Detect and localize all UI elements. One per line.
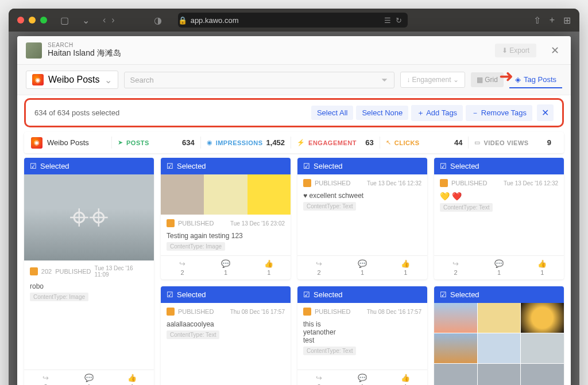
close-selection-icon[interactable]: ✕ bbox=[537, 104, 554, 121]
comment-icon[interactable]: 💬 bbox=[477, 259, 520, 268]
post-card[interactable]: ☑Selected PUBLISHEDTue 13 Dec '16 12:32 … bbox=[434, 158, 564, 279]
minimize-window-icon[interactable] bbox=[29, 17, 36, 24]
selected-header[interactable]: ☑Selected bbox=[434, 286, 564, 303]
stats-source: Weibo Posts bbox=[47, 138, 89, 147]
tabs-icon[interactable]: ⊞ bbox=[563, 15, 571, 26]
share-icon[interactable]: ↪ bbox=[434, 259, 477, 268]
post-image: ⌖⌖ bbox=[24, 174, 154, 260]
post-date: Thu 08 Dec '16 17:57 bbox=[367, 309, 421, 315]
source-label: Weibo Posts bbox=[48, 75, 100, 85]
share-icon[interactable]: ⇧ bbox=[533, 15, 541, 26]
like-icon[interactable]: 👍 bbox=[384, 374, 427, 382]
weibo-badge-icon bbox=[167, 219, 175, 227]
post-text: this is yetanother test bbox=[303, 320, 336, 344]
source-select[interactable]: Weibo Posts ⌄ bbox=[26, 71, 118, 89]
maximize-window-icon[interactable] bbox=[40, 17, 47, 24]
selected-header[interactable]: ☑Selected bbox=[161, 286, 291, 303]
select-none-button[interactable]: Select None bbox=[356, 106, 408, 120]
like-icon[interactable]: 👍 bbox=[384, 259, 427, 268]
selected-header[interactable]: ☑Selected bbox=[24, 158, 154, 174]
share-icon[interactable]: ↪ bbox=[161, 259, 204, 268]
post-card[interactable]: ☑Selected bbox=[434, 286, 564, 385]
reload-icon[interactable]: ↻ bbox=[396, 16, 402, 25]
content-type-tag: ContentType: Text bbox=[303, 202, 356, 211]
impressions-label: IMPRESSIONS bbox=[216, 139, 263, 146]
header-label: SEARCH bbox=[48, 42, 489, 48]
arrow-callout-icon: ➜ bbox=[499, 66, 513, 86]
post-card[interactable]: ☑Selected PUBLISHEDTue 13 Dec '16 23:02 … bbox=[161, 158, 291, 279]
selection-bar: 634 of 634 posts selected Select All Sel… bbox=[24, 98, 564, 127]
check-icon: ☑ bbox=[303, 162, 310, 170]
traffic-lights[interactable] bbox=[17, 17, 47, 24]
post-date: Tue 13 Dec '16 12:32 bbox=[504, 180, 558, 186]
post-card[interactable]: ☑Selected PUBLISHEDThu 08 Dec '16 17:57 … bbox=[161, 286, 291, 385]
weibo-badge-icon bbox=[303, 308, 311, 316]
page-title: Haitan Island 海滩岛 bbox=[48, 48, 489, 59]
badge-count: 202 bbox=[41, 268, 52, 275]
post-date: Thu 08 Dec '16 17:57 bbox=[230, 309, 285, 315]
new-tab-icon[interactable]: + bbox=[550, 15, 555, 26]
check-icon: ☑ bbox=[167, 290, 173, 299]
engagement-sort[interactable]: ↓ Engagement ⌄ bbox=[400, 72, 465, 88]
post-text: 💛 ❤️ bbox=[440, 192, 462, 201]
post-card[interactable]: ☑Selected PUBLISHEDThu 08 Dec '16 17:57 … bbox=[297, 286, 427, 385]
share-icon[interactable]: ↪ bbox=[297, 259, 341, 268]
post-text: Testing again testing 123 bbox=[167, 232, 243, 240]
toolbar: Weibo Posts ⌄ Search ⏷ ↓ Engagement ⌄ ▦ … bbox=[17, 65, 571, 95]
url-text: app.kawo.com bbox=[191, 16, 239, 25]
post-card[interactable]: ☑Selected PUBLISHEDTue 13 Dec '16 12:32 … bbox=[297, 158, 427, 279]
export-button[interactable]: ⬇ Export bbox=[495, 44, 536, 57]
video-value: 9 bbox=[547, 138, 551, 147]
forward-icon[interactable]: › bbox=[111, 15, 114, 25]
search-modal: SEARCH Haitan Island 海滩岛 ⬇ Export ✕ Weib… bbox=[17, 36, 571, 385]
address-bar[interactable]: 🔒 app.kawo.com ☰↻ bbox=[178, 13, 408, 28]
engagement-label: ENGAGEMENT bbox=[308, 139, 357, 146]
tag-posts-button[interactable]: ◈ Tag Posts bbox=[509, 72, 562, 88]
add-tags-button[interactable]: ＋ Add Tags bbox=[411, 105, 463, 121]
remove-tags-button[interactable]: － Remove Tags bbox=[466, 105, 532, 121]
published-label: PUBLISHED bbox=[315, 308, 350, 315]
weibo-badge-icon bbox=[303, 179, 311, 187]
chevron-down-icon[interactable]: ⌄ bbox=[82, 15, 90, 26]
reader-icon[interactable]: ☰ bbox=[384, 16, 391, 25]
post-date: Tue 13 Dec '16 11:09 bbox=[95, 265, 149, 278]
selected-header[interactable]: ☑Selected bbox=[161, 158, 291, 174]
browser-window: ▢ ⌄ ‹ › ◑ 🔒 app.kawo.com ☰↻ ⇧ + ⊞ SEARCH… bbox=[9, 9, 579, 385]
comment-icon[interactable]: 💬 bbox=[67, 374, 110, 382]
post-text: ♥ excellent schweet bbox=[303, 192, 363, 200]
select-all-button[interactable]: Select All bbox=[311, 106, 353, 120]
chevron-down-icon: ⌄ bbox=[105, 75, 112, 85]
weibo-badge-icon bbox=[440, 179, 448, 187]
comment-icon[interactable]: 💬 bbox=[341, 374, 384, 382]
share-icon[interactable]: ↪ bbox=[24, 374, 67, 382]
comment-icon[interactable]: 💬 bbox=[341, 259, 384, 268]
close-modal-icon[interactable]: ✕ bbox=[548, 44, 562, 57]
like-icon[interactable]: 👍 bbox=[111, 374, 154, 382]
filter-icon[interactable]: ⏷ bbox=[381, 76, 388, 84]
comment-icon[interactable]: 💬 bbox=[204, 259, 247, 268]
weibo-icon bbox=[31, 137, 42, 149]
post-card[interactable]: ☑Selected ⌖⌖ 202PUBLISHEDTue 13 Dec '16 … bbox=[24, 158, 154, 385]
selected-header[interactable]: ☑Selected bbox=[434, 158, 564, 174]
content-type-tag: ContentType: Image bbox=[167, 242, 225, 251]
sidebar-toggle-icon[interactable]: ▢ bbox=[60, 15, 69, 26]
like-icon[interactable]: 👍 bbox=[521, 259, 564, 268]
share-icon[interactable]: ↪ bbox=[297, 374, 341, 382]
selected-header[interactable]: ☑Selected bbox=[297, 286, 427, 303]
back-icon[interactable]: ‹ bbox=[103, 15, 106, 25]
published-label: PUBLISHED bbox=[315, 180, 350, 186]
clicks-value: 44 bbox=[454, 138, 462, 147]
like-icon[interactable]: 👍 bbox=[247, 259, 291, 268]
shield-icon[interactable]: ◑ bbox=[154, 15, 162, 26]
modal-header: SEARCH Haitan Island 海滩岛 ⬇ Export ✕ bbox=[17, 36, 571, 65]
content-type-tag: ContentType: Text bbox=[440, 203, 493, 212]
search-input[interactable]: Search ⏷ bbox=[124, 72, 395, 88]
selected-header[interactable]: ☑Selected bbox=[297, 158, 427, 174]
check-icon: ☑ bbox=[440, 162, 447, 170]
check-icon: ☑ bbox=[30, 162, 37, 170]
close-window-icon[interactable] bbox=[17, 17, 24, 24]
impressions-value: 1,452 bbox=[266, 138, 285, 147]
check-icon: ☑ bbox=[167, 162, 173, 170]
search-placeholder: Search bbox=[130, 76, 154, 84]
posts-value: 634 bbox=[182, 138, 195, 147]
